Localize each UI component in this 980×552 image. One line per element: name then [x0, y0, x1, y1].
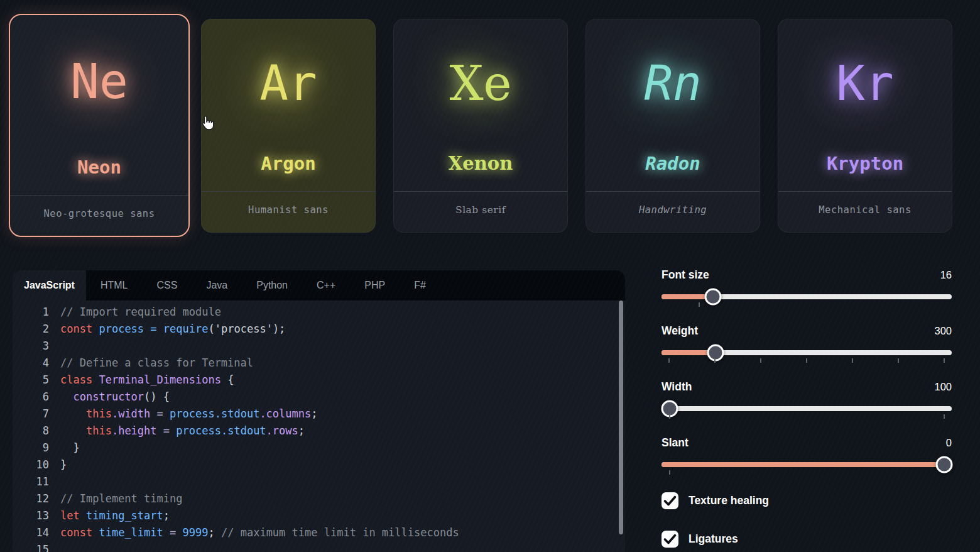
slider-tick	[714, 358, 716, 363]
code-line: 4// Define a class for Terminal	[13, 355, 625, 372]
line-number: 14	[13, 524, 49, 541]
font-size-value: 16	[940, 269, 952, 281]
font-classification: Humanist sans	[202, 204, 375, 216]
code-line: 2const process = require('process');	[13, 321, 625, 338]
slider-ticks	[662, 299, 952, 307]
slider-group-slant: Slant 0	[662, 436, 952, 475]
font-card-krypton[interactable]: Kr Krypton Mechanical sans	[778, 19, 952, 233]
code-line: 12// Implement timing	[13, 490, 625, 507]
tab-bar: JavaScriptHTMLCSSJavaPythonC++PHPF#	[13, 270, 625, 301]
weight-slider-track[interactable]	[662, 350, 952, 355]
slider-ticks	[662, 411, 952, 419]
slider-ticks	[662, 467, 952, 475]
card-divider	[586, 191, 760, 192]
code-area: 1// Import required module2const process…	[13, 301, 625, 552]
texture-healing-checkbox[interactable]	[662, 492, 678, 509]
slider-group-font-size: Font size 16	[662, 268, 952, 307]
code-line: 8 this.height = process.stdout.rows;	[13, 422, 625, 439]
scrollbar-thumb[interactable]	[619, 301, 623, 534]
slider-tick	[699, 302, 700, 307]
slant-value: 0	[946, 437, 952, 449]
tab-python[interactable]: Python	[242, 270, 302, 301]
slider-group-width: Width 100	[662, 380, 952, 419]
line-number: 5	[13, 372, 49, 389]
checkmark-icon	[662, 492, 678, 509]
slider-tick	[668, 358, 670, 363]
font-classification: Handwriting	[586, 204, 760, 216]
code-line: 9 }	[13, 439, 625, 456]
line-number: 15	[13, 541, 49, 552]
line-number: 12	[13, 490, 49, 507]
code-line: 13let timing_start;	[13, 507, 625, 524]
line-number: 8	[13, 422, 49, 439]
line-number: 10	[13, 456, 49, 473]
tab-f[interactable]: F#	[400, 270, 440, 301]
slant-slider-track[interactable]	[662, 462, 952, 467]
font-name: Xenon	[394, 153, 567, 174]
font-size-slider-track[interactable]	[662, 294, 952, 299]
tab-c[interactable]: C++	[302, 270, 350, 301]
code-line: 15	[13, 541, 625, 552]
font-card-neon[interactable]: Ne Neon Neo-grotesque sans	[9, 14, 190, 237]
code-line: 1// Import required module	[13, 304, 625, 321]
font-classification: Slab serif	[394, 204, 567, 216]
ligatures-checkbox-label: Ligatures	[689, 533, 738, 546]
width-label: Width	[662, 380, 692, 394]
tab-html[interactable]: HTML	[86, 270, 143, 301]
code-line: 5class Terminal_Dimensions {	[13, 372, 625, 389]
code-line: 7 this.width = process.stdout.columns;	[13, 406, 625, 422]
slider-tick	[669, 470, 670, 475]
tab-css[interactable]: CSS	[143, 270, 192, 301]
checkmark-icon	[662, 531, 678, 548]
code-line: 10}	[13, 456, 625, 473]
ligatures-checkbox[interactable]	[662, 531, 678, 548]
font-size-label: Font size	[662, 268, 709, 282]
line-number: 6	[13, 389, 49, 406]
card-divider	[202, 191, 375, 192]
element-symbol: Kr	[778, 19, 952, 147]
slider-tick	[944, 414, 945, 419]
line-number: 13	[13, 507, 49, 524]
code-line: 3	[13, 338, 625, 355]
element-symbol: Ne	[10, 15, 188, 148]
slider-tick	[852, 358, 853, 363]
slider-fill	[662, 462, 944, 467]
code-line: 14const time_limit = 9999; // maximum ti…	[13, 524, 625, 541]
line-number: 2	[13, 321, 49, 338]
tab-java[interactable]: Java	[192, 270, 242, 301]
card-divider	[778, 191, 952, 192]
font-name: Krypton	[778, 153, 952, 174]
font-name: Radon	[586, 153, 760, 174]
slider-group-weight: Weight 300	[662, 324, 952, 363]
line-number: 1	[13, 304, 49, 321]
tab-javascript[interactable]: JavaScript	[13, 270, 86, 301]
texture-healing-checkbox-label: Texture healing	[689, 494, 769, 507]
code-editor-panel: JavaScriptHTMLCSSJavaPythonC++PHPF# 1// …	[13, 270, 625, 552]
slant-label: Slant	[662, 436, 689, 450]
weight-label: Weight	[662, 324, 698, 338]
font-classification: Neo-grotesque sans	[10, 208, 188, 219]
line-number: 3	[13, 338, 49, 355]
width-slider-track[interactable]	[662, 406, 952, 411]
font-card-argon[interactable]: Ar Argon Humanist sans	[201, 19, 376, 233]
page-background: { "cards": [ {"symbol":"Ne","name":"Neon…	[0, 0, 980, 552]
code-line: 11	[13, 473, 625, 490]
slider-tick	[760, 358, 761, 363]
ligatures-row: Ligatures	[662, 531, 738, 548]
font-card-xenon[interactable]: Xe Xenon Slab serif	[393, 19, 568, 233]
width-value: 100	[934, 381, 952, 393]
font-card-radon[interactable]: Rn Radon Handwriting	[585, 19, 760, 233]
font-classification: Mechanical sans	[778, 204, 952, 216]
line-number: 9	[13, 439, 49, 456]
weight-value: 300	[934, 325, 952, 337]
code-line: 6 constructor() {	[13, 389, 625, 406]
element-symbol: Xe	[394, 19, 567, 147]
line-number: 4	[13, 355, 49, 372]
tab-php[interactable]: PHP	[350, 270, 400, 301]
element-symbol: Ar	[202, 19, 375, 147]
texture-healing-row: Texture healing	[662, 492, 769, 509]
font-name: Argon	[202, 153, 375, 174]
slider-tick	[806, 358, 807, 363]
card-divider	[394, 191, 567, 192]
slider-tick	[669, 414, 670, 419]
